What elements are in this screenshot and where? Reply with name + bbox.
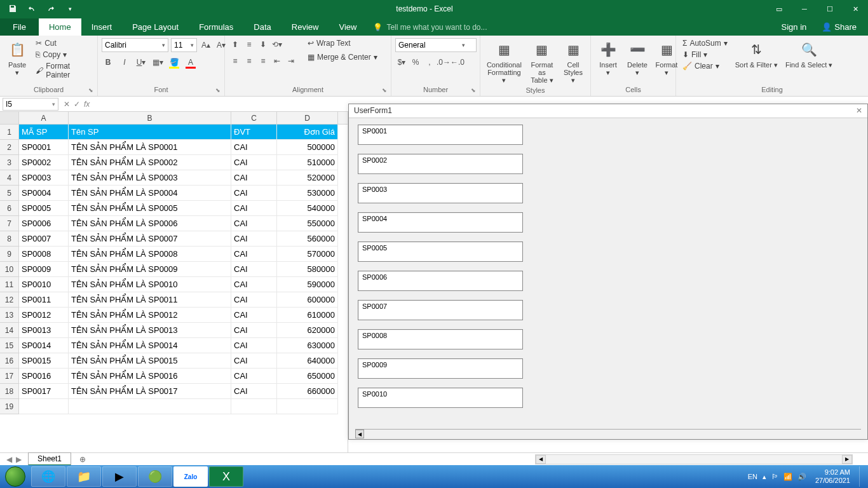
align-bottom-icon[interactable]: ⬇ bbox=[257, 38, 269, 51]
row-header[interactable]: 3 bbox=[0, 155, 19, 170]
userform-textbox[interactable]: SP0003 bbox=[358, 183, 523, 203]
clipboard-launcher-icon[interactable]: ⬊ bbox=[88, 87, 93, 93]
cut-button[interactable]: ✂Cut bbox=[33, 38, 93, 48]
tray-network-icon[interactable]: 📶 bbox=[783, 473, 792, 481]
cell[interactable]: 590000 bbox=[277, 277, 338, 292]
cell[interactable]: CAI bbox=[231, 140, 277, 155]
userform-textbox[interactable]: SP0007 bbox=[358, 300, 523, 320]
alignment-launcher-icon[interactable]: ⬊ bbox=[382, 87, 387, 93]
taskbar-media[interactable]: ▶ bbox=[102, 466, 137, 487]
cell[interactable]: 580000 bbox=[277, 262, 338, 277]
userform-hscroll[interactable]: ◀ bbox=[355, 429, 861, 438]
comma-format-icon[interactable]: , bbox=[423, 56, 436, 69]
hscroll-left-icon[interactable]: ◀ bbox=[536, 455, 546, 464]
cell[interactable]: SP0008 bbox=[19, 247, 69, 262]
paste-button[interactable]: 📋 Paste ▾ bbox=[4, 38, 31, 78]
cell[interactable]: TÊN SẢN PHẨM LÀ SP0017 bbox=[69, 384, 231, 399]
tab-formulas[interactable]: Formulas bbox=[189, 18, 243, 36]
insert-cells-button[interactable]: ➕Insert ▾ bbox=[595, 38, 621, 78]
increase-decimal-icon[interactable]: .0→ bbox=[437, 56, 450, 69]
italic-button[interactable]: I bbox=[118, 56, 131, 69]
cell[interactable]: SP0011 bbox=[19, 292, 69, 308]
cell[interactable]: SP0016 bbox=[19, 369, 69, 384]
cell-styles-button[interactable]: ▦Cell Styles ▾ bbox=[560, 38, 587, 85]
fx-icon[interactable]: fx bbox=[84, 100, 90, 109]
font-color-button[interactable]: A bbox=[184, 56, 197, 69]
cell[interactable]: CAI bbox=[231, 323, 277, 338]
copy-button[interactable]: ⎘Copy ▾ bbox=[33, 50, 93, 60]
cell[interactable]: SP0002 bbox=[19, 155, 69, 170]
cell[interactable]: TÊN SẢN PHẨM LÀ SP0016 bbox=[69, 369, 231, 384]
cell[interactable]: CAI bbox=[231, 353, 277, 369]
tray-volume-icon[interactable]: 🔊 bbox=[797, 473, 806, 481]
tab-file[interactable]: File bbox=[0, 18, 39, 36]
row-header[interactable]: 16 bbox=[0, 353, 19, 369]
start-button[interactable] bbox=[0, 465, 31, 488]
redo-icon[interactable] bbox=[43, 2, 58, 16]
conditional-formatting-button[interactable]: ▦Conditional Formatting ▾ bbox=[484, 38, 524, 85]
cell[interactable]: CAI bbox=[231, 201, 277, 216]
horizontal-scrollbar[interactable]: ◀ ▶ bbox=[535, 454, 853, 464]
cell[interactable]: CAI bbox=[231, 247, 277, 262]
userform-textbox[interactable]: SP0006 bbox=[358, 271, 523, 291]
cell[interactable]: 520000 bbox=[277, 170, 338, 186]
cell[interactable]: 500000 bbox=[277, 140, 338, 155]
cell[interactable]: CAI bbox=[231, 186, 277, 201]
taskbar-zalo[interactable]: Zalo bbox=[173, 466, 208, 487]
cell[interactable]: MÃ SP bbox=[19, 125, 69, 140]
cell[interactable]: 510000 bbox=[277, 155, 338, 170]
cell[interactable]: CAI bbox=[231, 155, 277, 170]
cell[interactable]: ĐVT bbox=[231, 125, 277, 140]
save-icon[interactable] bbox=[5, 2, 20, 16]
merge-center-button[interactable]: ▦Merge & Center ▾ bbox=[305, 52, 380, 62]
cell[interactable]: CAI bbox=[231, 292, 277, 308]
cell[interactable]: SP0005 bbox=[19, 201, 69, 216]
orientation-icon[interactable]: ⟲▾ bbox=[271, 38, 283, 51]
cell[interactable]: Đơn Giá bbox=[277, 125, 338, 140]
cell[interactable]: TÊN SẢN PHẨM LÀ SP0010 bbox=[69, 277, 231, 292]
cell[interactable]: SP0015 bbox=[19, 353, 69, 369]
userform-textbox[interactable]: SP0010 bbox=[358, 388, 523, 408]
enter-formula-icon[interactable]: ✓ bbox=[74, 100, 80, 109]
cell[interactable]: TÊN SẢN PHẨM LÀ SP0015 bbox=[69, 353, 231, 369]
hscroll-right-icon[interactable]: ▶ bbox=[842, 455, 852, 464]
row-header[interactable]: 5 bbox=[0, 186, 19, 201]
cell[interactable]: TÊN SẢN PHẨM LÀ SP0013 bbox=[69, 323, 231, 338]
row-header[interactable]: 12 bbox=[0, 292, 19, 308]
cell[interactable]: TÊN SẢN PHẨM LÀ SP0001 bbox=[69, 140, 231, 155]
cell[interactable]: CAI bbox=[231, 262, 277, 277]
cell[interactable]: TÊN SẢN PHẨM LÀ SP0011 bbox=[69, 292, 231, 308]
cell[interactable] bbox=[231, 399, 277, 414]
clear-button[interactable]: 🧹Clear ▾ bbox=[680, 61, 730, 71]
taskbar-excel[interactable]: X bbox=[209, 466, 243, 487]
select-all-corner[interactable] bbox=[0, 112, 19, 124]
share-button[interactable]: 👤Share bbox=[815, 18, 863, 36]
scroll-left-icon[interactable]: ◀ bbox=[355, 430, 364, 438]
cell[interactable]: 630000 bbox=[277, 338, 338, 353]
userform-textbox[interactable]: SP0002 bbox=[358, 154, 523, 174]
row-header[interactable]: 18 bbox=[0, 384, 19, 399]
cell[interactable]: CAI bbox=[231, 277, 277, 292]
cell[interactable]: SP0017 bbox=[19, 384, 69, 399]
tray-clock[interactable]: 9:02 AM 27/06/2021 bbox=[811, 468, 854, 485]
cell[interactable]: SP0014 bbox=[19, 338, 69, 353]
name-box[interactable]: I5▾ bbox=[3, 98, 58, 111]
align-left-icon[interactable]: ≡ bbox=[229, 55, 241, 67]
ribbon-options-icon[interactable]: ▭ bbox=[766, 0, 792, 18]
sheet-nav-prev-icon[interactable]: ◀ bbox=[6, 455, 12, 464]
taskbar-ie[interactable]: 🌐 bbox=[31, 466, 65, 487]
qat-customize-icon[interactable]: ▾ bbox=[62, 2, 78, 16]
userform-textbox[interactable]: SP0004 bbox=[358, 212, 523, 233]
number依-format-combo[interactable]: ▾ bbox=[395, 38, 477, 52]
userform-textbox[interactable]: SP0005 bbox=[358, 241, 523, 262]
userform-textbox[interactable]: SP0009 bbox=[358, 358, 523, 379]
cell[interactable]: SP0009 bbox=[19, 262, 69, 277]
cell[interactable]: SP0012 bbox=[19, 308, 69, 323]
undo-icon[interactable] bbox=[24, 2, 39, 16]
increase-indent-icon[interactable]: ⇥ bbox=[285, 55, 297, 67]
cell[interactable] bbox=[19, 399, 69, 414]
cell[interactable]: Tên SP bbox=[69, 125, 231, 140]
cell[interactable]: SP0001 bbox=[19, 140, 69, 155]
cell[interactable]: SP0007 bbox=[19, 231, 69, 247]
number-launcher-icon[interactable]: ⬊ bbox=[471, 87, 476, 93]
